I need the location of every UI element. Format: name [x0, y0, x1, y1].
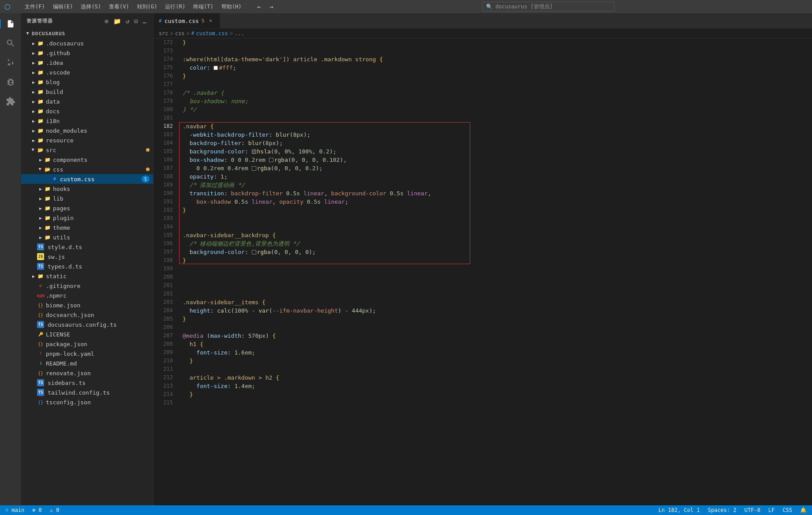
sidebar-item-static[interactable]: ▶ 📁 static — [21, 271, 153, 281]
sidebar-item-tailwind-config[interactable]: TS tailwind.config.ts — [21, 388, 153, 397]
menu-goto[interactable]: 转到(G) — [134, 2, 161, 11]
code-token: 0 0.2rem 0.4rem — [196, 164, 251, 172]
sidebar-item-pages[interactable]: ▶ 📁 pages — [21, 203, 153, 213]
item-label: custom.css — [60, 176, 94, 183]
source-control-icon[interactable] — [2, 54, 19, 71]
code-token: } — [183, 72, 186, 80]
sidebar-item-src[interactable]: ▶ 📂 src — [21, 145, 153, 155]
line-num-215: 215 — [153, 399, 175, 407]
status-errors[interactable]: ⊗ 0 — [30, 507, 44, 513]
sidebar-item-renovate-json[interactable]: {} renovate.json — [21, 368, 153, 378]
sidebar-item-utils[interactable]: ▶ 📁 utils — [21, 232, 153, 242]
sidebar-item-idea[interactable]: ▶ 📁 .idea — [21, 58, 153, 67]
status-ln-col[interactable]: Ln 182, Col 1 — [657, 507, 702, 513]
sidebar-item-docsearch-json[interactable]: {} docsearch.json — [21, 310, 153, 320]
ts-icon: TS — [37, 263, 44, 270]
code-token — [183, 306, 190, 315]
item-label: docusaurus.config.ts — [48, 321, 117, 328]
sidebar-item-resource[interactable]: ▶ 📁 resource — [21, 135, 153, 145]
folder-icon: 📁 — [44, 214, 51, 221]
sidebar-item-biome-json[interactable]: {} biome.json — [21, 300, 153, 310]
menu-edit[interactable]: 编辑(E) — [49, 2, 77, 11]
code-line-177 — [183, 80, 812, 89]
sidebar-item-docusaurus-config[interactable]: TS docusaurus.config.ts — [21, 320, 153, 329]
breadcrumb-file[interactable]: custom.css — [196, 30, 228, 37]
sidebar-item-hooks[interactable]: ▶ 📁 hooks — [21, 184, 153, 194]
sidebar-item-package-json[interactable]: {} package.json — [21, 339, 153, 349]
code-token: ( — [269, 306, 273, 315]
back-button[interactable]: ← — [254, 2, 265, 11]
sidebar-item-github[interactable]: ▶ 📁 .github — [21, 48, 153, 58]
sidebar-item-docs[interactable]: ▶ 📁 docs — [21, 106, 153, 116]
sidebar-item-data[interactable]: ▶ 📁 data — [21, 97, 153, 106]
sidebar-item-components[interactable]: ▶ 📁 components — [21, 155, 153, 164]
line-num-191: 191 — [153, 198, 175, 206]
status-notifications[interactable]: 🔔 — [798, 507, 808, 513]
breadcrumb-css[interactable]: css — [175, 30, 185, 37]
status-warnings[interactable]: ⚠ 0 — [48, 507, 61, 513]
sidebar-item-sidebars-ts[interactable]: TS sidebars.ts — [21, 378, 153, 388]
code-token: box-shadow: none; — [183, 97, 248, 105]
status-eol[interactable]: LF — [767, 507, 776, 513]
arrow: ▶ — [30, 117, 37, 124]
sidebar-item-types-d-ts[interactable]: TS types.d.ts — [21, 261, 153, 271]
menu-run[interactable]: 运行(R) — [161, 2, 189, 11]
line-num-207: 207 — [153, 332, 175, 340]
sidebar-item-readme[interactable]: ℹ README.md — [21, 358, 153, 368]
sidebar-item-css[interactable]: ▶ 📂 css — [21, 164, 153, 174]
sidebar-item-npmrc[interactable]: npm .npmrc — [21, 291, 153, 300]
status-spaces[interactable]: Spaces: 2 — [706, 507, 738, 513]
code-token: ( — [207, 332, 210, 340]
code-content[interactable]: } :where(html[data-theme='dark']) articl… — [179, 38, 812, 505]
sidebar-item-build[interactable]: ▶ 📁 build — [21, 87, 153, 97]
sidebar-item-vscode[interactable]: ▶ 📁 .vscode — [21, 67, 153, 77]
sidebar-item-gitignore[interactable]: ⚙ .gitignore — [21, 281, 153, 291]
sidebar-item-style-d-ts[interactable]: TS style.d.ts — [21, 242, 153, 252]
sidebar-item-pnpm-lock[interactable]: ! pnpm-lock.yaml — [21, 349, 153, 358]
sidebar-item-lib[interactable]: ▶ 📁 lib — [21, 194, 153, 203]
code-token: font-size — [196, 348, 227, 357]
forward-button[interactable]: → — [266, 2, 277, 11]
explorer-icon[interactable] — [2, 15, 19, 33]
menu-view[interactable]: 查看(V) — [105, 2, 133, 11]
sidebar-item-i18n[interactable]: ▶ 📁 i18n — [21, 116, 153, 126]
sidebar-item-plugin[interactable]: ▶ 📁 plugin — [21, 213, 153, 223]
sidebar-item-tsconfig-json[interactable]: {} tsconfig.json — [21, 397, 153, 407]
refresh-icon[interactable]: ↺ — [125, 17, 131, 26]
extensions-icon[interactable] — [2, 93, 19, 110]
search-icon[interactable] — [2, 34, 19, 52]
new-file-icon[interactable]: ⊕ — [104, 17, 109, 26]
debug-icon[interactable] — [2, 73, 19, 91]
code-token: : — [213, 172, 221, 181]
menu-select[interactable]: 选择(S) — [77, 2, 105, 11]
status-language[interactable]: CSS — [781, 507, 794, 513]
menu-terminal[interactable]: 终端(T) — [190, 2, 217, 11]
code-token — [183, 198, 196, 206]
sidebar-item-sw-js[interactable]: JS sw.js — [21, 252, 153, 261]
tab-custom-css[interactable]: # custom.css 5 × — [153, 13, 220, 28]
menu-help[interactable]: 帮助(H) — [218, 2, 245, 11]
code-token: ( — [271, 147, 274, 156]
more-options-icon[interactable]: … — [142, 17, 148, 26]
sidebar-item-blog[interactable]: ▶ 📁 blog — [21, 77, 153, 87]
code-line-194 — [183, 223, 812, 231]
sidebar-item-docusaurus[interactable]: ▶ 📁 .docusaurus — [21, 38, 153, 48]
item-label: css — [53, 166, 63, 173]
sidebar-item-node_modules[interactable]: ▶ 📁 node_modules — [21, 126, 153, 135]
status-encoding[interactable]: UTF-8 — [743, 507, 762, 513]
root-folder[interactable]: ▶ DOCUSAURUS — [21, 29, 153, 38]
line-num-209: 209 — [153, 348, 175, 357]
sidebar-item-license[interactable]: 🔑 LICENSE — [21, 329, 153, 339]
menu-file[interactable]: 文件(F) — [21, 2, 49, 11]
sidebar-item-custom-css[interactable]: # custom.css 5 — [21, 174, 153, 184]
code-token: rgba — [274, 156, 288, 164]
breadcrumb-src[interactable]: src — [159, 30, 168, 37]
search-bar[interactable]: 🔍 docusaurus [管理员] — [482, 2, 614, 11]
code-token: , — [312, 147, 319, 156]
code-line-202 — [183, 290, 812, 298]
collapse-all-icon[interactable]: ⊟ — [133, 17, 139, 26]
new-folder-icon[interactable]: 📁 — [112, 17, 122, 26]
tab-close-button[interactable]: × — [207, 17, 214, 24]
status-git[interactable]: ⑂ main — [4, 507, 26, 513]
sidebar-item-theme[interactable]: ▶ 📁 theme — [21, 223, 153, 232]
